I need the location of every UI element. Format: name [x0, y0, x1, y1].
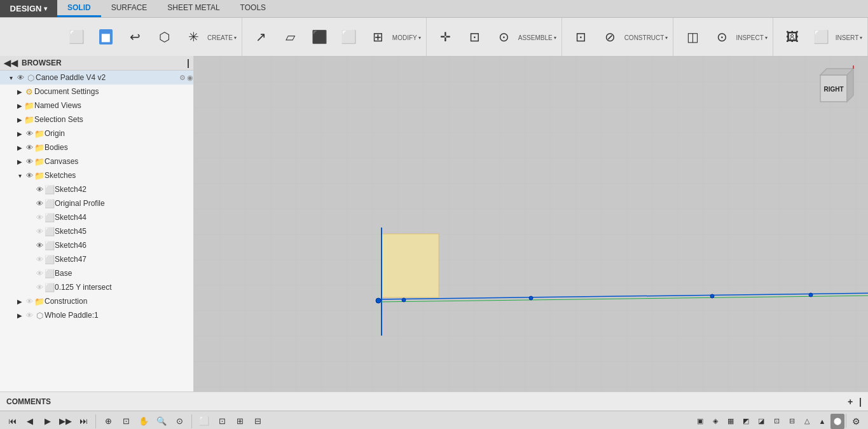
section-button[interactable]: ⊙: [708, 21, 736, 53]
midplane-button[interactable]: ⊘: [596, 21, 624, 53]
pan-button[interactable]: ✋: [135, 414, 152, 429]
eye-sketch45[interactable]: 👁: [34, 226, 45, 236]
toggle-origin[interactable]: ▶: [15, 129, 24, 138]
tree-item-y-intersect[interactable]: ▶ 👁 ⬜ 0.125 Y intersect: [0, 280, 193, 294]
extrude-button[interactable]: ◼: [92, 21, 120, 53]
tree-item-origin[interactable]: ▶ 👁 📁 Origin: [0, 126, 193, 140]
tree-item-construction[interactable]: ▶ 👁 📁 Construction: [0, 294, 193, 308]
sketch-btn-4[interactable]: ◩: [739, 414, 753, 429]
sketch-btn-5[interactable]: ◪: [754, 414, 768, 429]
eye-sketches[interactable]: 👁: [24, 170, 34, 180]
play-prev-button[interactable]: ◀: [22, 414, 38, 429]
sketch-btn-6[interactable]: ⊡: [769, 414, 783, 429]
zoom-button[interactable]: 🔍: [153, 414, 170, 429]
canvas-button[interactable]: 🖼: [778, 21, 806, 53]
revolve-button[interactable]: ↩: [121, 21, 149, 53]
grid-button[interactable]: ⊟: [249, 414, 266, 429]
tree-item-named-views[interactable]: ▶ 📁 Named Views: [0, 99, 193, 112]
eye-whole-paddle[interactable]: 👁: [24, 310, 34, 320]
sketch-btn-10[interactable]: ⬤: [830, 414, 844, 429]
comments-pin[interactable]: |: [859, 397, 862, 407]
eye-construction[interactable]: 👁: [24, 296, 34, 306]
press-pull-button[interactable]: ↗: [247, 21, 275, 53]
new-sketch-button[interactable]: ⬜: [62, 21, 90, 53]
play-start-button[interactable]: ⏮: [4, 414, 20, 429]
view-button[interactable]: ⊡: [118, 414, 134, 429]
toggle-construction[interactable]: ▶: [15, 297, 24, 306]
toggle-selection-sets[interactable]: ▶: [15, 115, 24, 124]
collapse-icon[interactable]: ◀◀: [4, 58, 18, 68]
tree-item-selection-sets[interactable]: ▶ 📁 Selection Sets: [0, 112, 193, 126]
sketch-btn-3[interactable]: ▦: [724, 414, 738, 429]
motion-button[interactable]: ⊡: [461, 21, 489, 53]
contact-button[interactable]: ⊙: [490, 21, 518, 53]
chamfer-button[interactable]: ⬛: [306, 21, 334, 53]
sketch-btn-2[interactable]: ◈: [708, 414, 722, 429]
tree-item-doc-settings[interactable]: ▶ ⚙ Document Settings: [0, 85, 193, 99]
eye-base[interactable]: 👁: [34, 268, 45, 278]
tab-solid[interactable]: SOLID: [57, 0, 101, 17]
camera-icon[interactable]: ◉: [187, 74, 193, 82]
pattern-button[interactable]: ✳: [179, 21, 207, 53]
eye-sketch42[interactable]: 👁: [34, 184, 45, 194]
eye-sketch47[interactable]: 👁: [34, 254, 45, 264]
sketch-btn-9[interactable]: ▲: [815, 414, 829, 429]
toggle-whole-paddle[interactable]: ▶: [15, 311, 24, 320]
play-end-button[interactable]: ⏭: [75, 414, 92, 429]
eye-original-profile[interactable]: 👁: [34, 198, 45, 208]
sketch-btn-8[interactable]: △: [800, 414, 814, 429]
tree-item-base[interactable]: ▶ 👁 ⬜ Base: [0, 266, 193, 280]
settings-icon[interactable]: ⚙: [179, 74, 186, 82]
effect-button[interactable]: ⊞: [231, 414, 248, 429]
toggle-root[interactable]: ▾: [6, 73, 15, 82]
shell-button[interactable]: ⬡: [150, 21, 178, 53]
tree-item-canvases[interactable]: ▶ 👁 📁 Canvases: [0, 154, 193, 168]
measure-button[interactable]: ◫: [679, 21, 706, 53]
tree-item-sketch42[interactable]: ▶ 👁 ⬜ Sketch42: [0, 182, 193, 196]
shell2-button[interactable]: ⬜: [335, 21, 363, 53]
display-mode-button[interactable]: ⬜: [196, 414, 212, 429]
tree-item-sketch47[interactable]: ▶ 👁 ⬜ Sketch47: [0, 252, 193, 266]
tree-item-whole-paddle[interactable]: ▶ 👁 ⬡ Whole Paddle:1: [0, 308, 193, 322]
tree-item-bodies[interactable]: ▶ 👁 📁 Bodies: [0, 140, 193, 154]
toggle-bodies[interactable]: ▶: [15, 143, 24, 152]
browser-pin[interactable]: |: [187, 58, 189, 68]
fillet-button[interactable]: ▱: [277, 21, 305, 53]
comments-plus[interactable]: +: [848, 397, 853, 407]
eye-sketch46[interactable]: 👁: [34, 240, 45, 250]
zoom-fit-button[interactable]: ⊙: [171, 414, 188, 429]
settings-button[interactable]: ⚙: [848, 414, 864, 429]
tree-item-original-profile[interactable]: ▶ 👁 ⬜ Original Profile: [0, 196, 193, 210]
joint-button[interactable]: ✛: [432, 21, 460, 53]
toggle-canvases[interactable]: ▶: [15, 157, 24, 166]
orbit-button[interactable]: ⊕: [100, 414, 116, 429]
tab-surface[interactable]: SURFACE: [101, 0, 158, 17]
decal-button[interactable]: ⬜: [808, 21, 836, 53]
tree-item-sketch46[interactable]: ▶ 👁 ⬜ Sketch46: [0, 238, 193, 252]
toggle-sketches[interactable]: ▾: [15, 171, 24, 180]
toggle-doc-settings[interactable]: ▶: [15, 87, 24, 96]
play-next-button[interactable]: ▶▶: [57, 414, 74, 429]
eye-y-intersect[interactable]: 👁: [34, 282, 45, 292]
offset-plane-button[interactable]: ⊡: [567, 21, 595, 53]
eye-origin[interactable]: 👁: [24, 128, 34, 139]
tree-item-sketch45[interactable]: ▶ 👁 ⬜ Sketch45: [0, 224, 193, 238]
viewport[interactable]: RIGHT Z Z RIGHT Z: [194, 56, 868, 392]
eye-root[interactable]: 👁: [15, 72, 25, 83]
eye-canvases[interactable]: 👁: [24, 156, 34, 167]
toggle-named-views[interactable]: ▶: [15, 101, 24, 110]
design-button[interactable]: DESIGN ▾: [0, 0, 57, 17]
orientation-cube[interactable]: RIGHT Z: [814, 65, 858, 110]
play-button[interactable]: ▶: [39, 414, 56, 429]
sketch-btn-7[interactable]: ⊟: [785, 414, 799, 429]
sketch-btn-1[interactable]: ▣: [693, 414, 707, 429]
env-button[interactable]: ⊡: [214, 414, 230, 429]
eye-bodies[interactable]: 👁: [24, 142, 34, 153]
tree-item-sketches[interactable]: ▾ 👁 📁 Sketches: [0, 168, 193, 182]
tree-item-sketch44[interactable]: ▶ 👁 ⬜ Sketch44: [0, 210, 193, 224]
combine-button[interactable]: ⊞: [364, 21, 392, 53]
tab-tools[interactable]: TOOLS: [230, 0, 276, 17]
eye-sketch44[interactable]: 👁: [34, 212, 45, 222]
tab-sheet-metal[interactable]: SHEET METAL: [157, 0, 230, 17]
tree-item-root[interactable]: ▾ 👁 ⬡ Canoe Paddle V4 v2 ⚙ ◉: [0, 71, 193, 85]
